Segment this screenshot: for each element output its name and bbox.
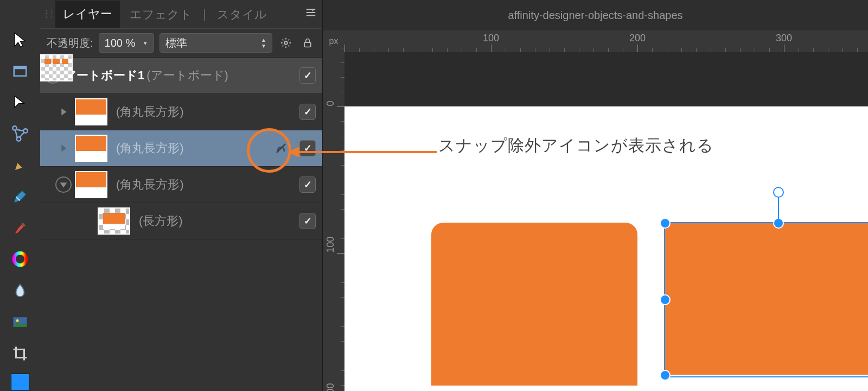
selection-handle[interactable] [660,370,671,381]
opacity-label: 不透明度: [47,36,93,51]
ruler-horizontal[interactable]: 100200300400 [344,30,868,53]
layer-thumbnail [75,98,107,125]
layer-name: アートボード1 (アートボード) [64,67,228,84]
brush-tool[interactable] [7,217,34,239]
current-fill-swatch[interactable] [11,374,29,391]
layer-row-artboard[interactable]: アートボード1 (アートボード) ✓ [40,58,322,94]
layer-thumbnail [98,207,130,235]
layer-thumbnail [75,135,107,162]
ruler-h-number: 300 [776,33,792,44]
node-tool[interactable] [7,91,34,114]
move-tool[interactable] [7,28,34,51]
tab-styles[interactable]: スタイル [209,1,275,27]
layer-list: アートボード1 (アートボード) ✓ (角丸長方形) ✓ [40,58,322,391]
panel-menu-icon[interactable] [305,7,317,22]
pen-tool[interactable] [7,154,34,176]
rotation-handle-stem [778,197,779,222]
layer-name: (角丸長方形) [116,140,184,156]
gear-icon[interactable] [278,35,294,51]
tab-separator: | [202,7,207,21]
dropdown-caret-icon: ▼ [143,40,148,46]
selection-handle[interactable] [660,294,671,305]
lock-icon[interactable] [299,35,316,51]
svg-marker-14 [61,145,66,152]
visibility-checkbox[interactable]: ✓ [299,140,316,156]
document-titlebar: affinity-designer-objects-and-shapes [323,0,868,31]
opacity-row: 不透明度: 100 % ▼ 標準 ▲▼ [40,28,322,58]
visibility-checkbox[interactable]: ✓ [299,67,316,84]
place-image-tool[interactable] [7,311,34,333]
layer-row[interactable]: (角丸長方形) ✓ [40,94,322,130]
visibility-checkbox[interactable]: ✓ [299,213,316,229]
panel-drag-grip-icon[interactable]: ⸽⸽ [44,8,53,21]
artboard-tool[interactable] [7,60,34,83]
layer-name: (長方形) [139,213,183,229]
canvas-area: affinity-designer-objects-and-shapes px … [323,0,868,391]
ruler-v-number: 200 [325,383,336,391]
layer-name: (角丸長方形) [116,104,184,120]
layers-panel: ⸽⸽ レイヤー エフェクト | スタイル 不透明度: 100 % ▼ 標準 ▲▼ [40,0,323,391]
document-title: affinity-designer-objects-and-shapes [508,9,682,22]
transparency-tool[interactable] [7,279,34,302]
snap-exclude-icon [273,141,289,156]
layer-row[interactable]: (角丸長方形) ✓ [40,167,322,203]
pasteboard [344,52,868,106]
svg-marker-16 [60,182,67,187]
opacity-value-text: 100 % [105,37,136,49]
layer-row[interactable]: (長方形) ✓ [40,203,322,239]
svg-point-10 [284,41,288,45]
svg-rect-1 [14,66,27,69]
disclosure-triangle-icon[interactable] [55,140,72,156]
svg-marker-13 [61,109,66,116]
canvas-viewport[interactable] [344,52,868,391]
disclosure-triangle-icon[interactable] [55,176,72,193]
svg-point-8 [16,319,19,322]
crop-tool[interactable] [7,342,34,365]
blend-mode-select[interactable]: 標準 ▲▼ [159,33,272,53]
layer-thumbnail [75,171,107,198]
visibility-checkbox[interactable]: ✓ [299,104,316,120]
ruler-v-number: 0 [325,100,336,106]
svg-point-6 [14,253,27,266]
tab-effects[interactable]: エフェクト [122,1,200,27]
tab-layers[interactable]: レイヤー [55,1,120,28]
layer-thumbnail [40,54,73,81]
ruler-h-number: 100 [483,33,499,44]
visibility-checkbox[interactable]: ✓ [299,176,316,193]
stepper-caret-icon: ▲▼ [261,37,266,49]
ruler-h-number: 200 [629,33,646,44]
panel-tabs: ⸽⸽ レイヤー エフェクト | スタイル [40,0,322,28]
point-transform-tool[interactable] [7,122,34,145]
ruler-unit-label[interactable]: px [323,30,345,53]
svg-point-5 [23,159,27,163]
selection-handle[interactable] [660,218,671,229]
tool-strip [0,0,40,391]
rotation-handle[interactable] [773,187,784,198]
blend-mode-text: 標準 [165,36,187,51]
color-picker-ring-tool[interactable] [7,248,34,270]
ruler-vertical[interactable]: 0100200 [323,52,345,391]
pencil-tool[interactable] [7,185,34,208]
selection-bounds [664,222,868,377]
disclosure-triangle-icon[interactable] [55,104,72,120]
opacity-value-field[interactable]: 100 % ▼ [99,33,154,53]
layer-row-selected[interactable]: (角丸長方形) ✓ [40,130,322,167]
canvas-rounded-rect-1[interactable] [431,223,637,386]
ruler-v-number: 100 [325,236,336,253]
svg-rect-11 [304,42,311,47]
layer-name: (角丸長方形) [116,176,184,193]
